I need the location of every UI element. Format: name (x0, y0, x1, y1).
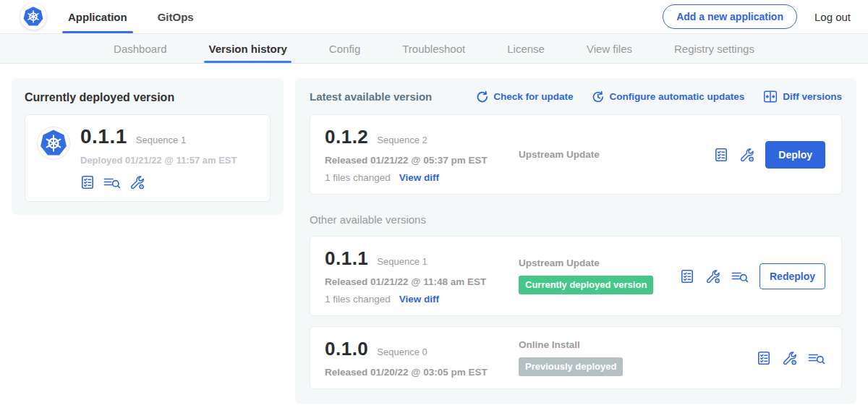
currently-deployed-card: 0.1.1 Sequence 1 Deployed 01/21/22 @ 11:… (25, 114, 271, 202)
add-new-application-button[interactable]: Add a new application (663, 4, 797, 29)
app-sub-nav: Dashboard Version history Config Trouble… (0, 33, 868, 64)
currently-deployed-title: Currently deployed version (25, 91, 271, 104)
config-wrench-gear-icon[interactable] (739, 148, 754, 162)
current-deployed-timestamp: Deployed 01/21/22 @ 11:57 am EST (80, 155, 237, 166)
redeploy-button[interactable]: Redeploy (760, 263, 825, 289)
refresh-icon (476, 90, 488, 103)
currently-deployed-badge: Currently deployed version (519, 276, 653, 294)
view-diff-link[interactable]: View diff (399, 294, 439, 305)
tab-gitops-label: GitOps (158, 11, 194, 23)
app-kubernetes-icon (37, 127, 70, 160)
subnav-dashboard[interactable]: Dashboard (114, 34, 166, 63)
config-wrench-gear-icon[interactable] (129, 175, 145, 190)
subnav-config[interactable]: Config (329, 34, 360, 63)
version-card-0-1-1: 0.1.1 Sequence 1 Released 01/21/22 @ 11:… (310, 236, 842, 316)
files-changed-label: 1 files changed (325, 172, 391, 183)
deploy-logs-icon[interactable] (103, 176, 121, 189)
sequence-label: Sequence 0 (377, 347, 427, 357)
current-version-number: 0.1.1 (80, 125, 127, 148)
subnav-version-history[interactable]: Version history (208, 34, 286, 63)
deploy-logs-icon[interactable] (808, 352, 825, 365)
deploy-button[interactable]: Deploy (765, 141, 825, 169)
version-number: 0.1.1 (325, 247, 368, 270)
configure-automatic-updates-link[interactable]: Configure automatic updates (592, 90, 744, 103)
previously-deployed-badge: Previously deployed (519, 357, 623, 376)
check-for-update-label: Check for update (493, 91, 573, 102)
top-nav: Application GitOps Add a new application… (0, 0, 868, 33)
preflight-checklist-icon[interactable] (714, 148, 728, 162)
preflight-checklist-icon[interactable] (680, 269, 694, 284)
version-card-0-1-2: 0.1.2 Sequence 2 Released 01/21/22 @ 05:… (310, 114, 842, 195)
version-source-label: Upstream Update (519, 258, 680, 268)
preflight-checklist-icon[interactable] (757, 351, 771, 365)
check-for-update-link[interactable]: Check for update (476, 90, 573, 103)
diff-icon (763, 90, 778, 103)
preflight-checklist-icon[interactable] (80, 175, 95, 190)
sequence-label: Sequence 1 (377, 256, 427, 267)
view-diff-link[interactable]: View diff (399, 172, 439, 183)
sequence-label: Sequence 2 (377, 135, 427, 145)
subnav-troubleshoot[interactable]: Troubleshoot (402, 34, 465, 63)
kubernetes-logo-icon (20, 4, 46, 30)
tab-application-label: Application (68, 11, 127, 23)
version-history-panel: Latest available version Check for updat… (295, 78, 856, 404)
version-source-label: Online Install (519, 339, 757, 350)
subnav-license[interactable]: License (507, 34, 545, 63)
tab-gitops[interactable]: GitOps (156, 0, 195, 33)
main-content: Currently deployed version 0.1.1 Sequenc… (0, 64, 868, 404)
current-sequence-label: Sequence 1 (136, 135, 186, 145)
version-number: 0.1.0 (325, 338, 368, 360)
released-timestamp: Released 01/20/22 @ 03:05 pm EST (325, 367, 507, 378)
tab-application[interactable]: Application (67, 0, 129, 33)
config-wrench-gear-icon[interactable] (705, 269, 720, 284)
subnav-view-files[interactable]: View files (587, 34, 632, 63)
diff-versions-link[interactable]: Diff versions (763, 90, 842, 103)
subnav-registry-settings[interactable]: Registry settings (674, 34, 754, 63)
version-card-0-1-0: 0.1.0 Sequence 0 Released 01/20/22 @ 03:… (310, 326, 842, 389)
configure-automatic-updates-label: Configure automatic updates (609, 91, 744, 102)
config-wrench-gear-icon[interactable] (782, 351, 797, 365)
schedule-icon (592, 90, 604, 103)
other-available-versions-title: Other available versions (310, 213, 842, 226)
logout-link[interactable]: Log out (814, 11, 851, 23)
files-changed-label: 1 files changed (325, 294, 391, 305)
released-timestamp: Released 01/21/22 @ 11:48 am EST (325, 276, 507, 287)
currently-deployed-panel: Currently deployed version 0.1.1 Sequenc… (12, 78, 284, 215)
version-number: 0.1.2 (325, 126, 368, 148)
released-timestamp: Released 01/21/22 @ 05:37 pm EST (325, 155, 507, 166)
deploy-logs-icon[interactable] (731, 270, 749, 283)
diff-versions-label: Diff versions (783, 91, 842, 102)
latest-available-title: Latest available version (310, 90, 432, 103)
version-source-label: Upstream Update (519, 149, 714, 160)
